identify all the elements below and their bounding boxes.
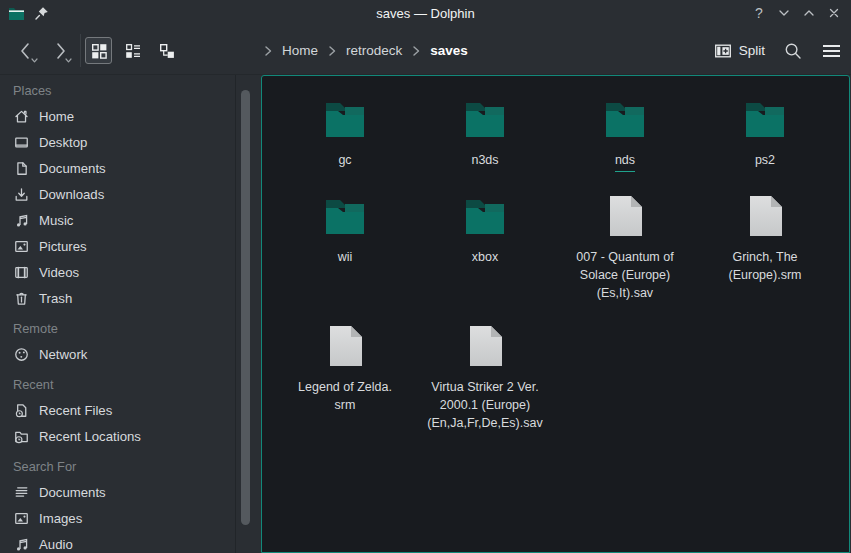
sidebar-item-recent-files[interactable]: Recent Files bbox=[0, 397, 256, 423]
back-dropdown-icon[interactable] bbox=[30, 57, 39, 64]
back-button[interactable] bbox=[12, 37, 39, 64]
item-label: 007 - Quantum of Solace (Europe) (Es,It)… bbox=[576, 248, 673, 302]
folder-item-nds[interactable]: nds bbox=[555, 95, 695, 192]
sidebar-item-pictures[interactable]: Pictures bbox=[0, 233, 256, 259]
sidebar-scrollbar[interactable] bbox=[241, 90, 250, 525]
item-label: wii bbox=[338, 248, 353, 266]
item-label: Virtua Striker 2 Ver. 2000.1 (Europe) (E… bbox=[427, 378, 542, 432]
folder-icon bbox=[321, 95, 369, 143]
window-title: saves — Dolphin bbox=[0, 6, 851, 21]
forward-button[interactable] bbox=[46, 37, 73, 64]
item-label: xbox bbox=[472, 248, 498, 266]
file-item-grinch-the[interactable]: Grinch, The (Europe).srm bbox=[695, 192, 835, 322]
sidebar-item-label: Trash bbox=[39, 291, 72, 306]
sidebar-item-label: Desktop bbox=[39, 135, 87, 150]
sidebar-item-label: Documents bbox=[39, 485, 106, 500]
icons-view-button[interactable] bbox=[85, 37, 112, 64]
music-note-icon bbox=[13, 536, 30, 553]
folder-item-gc[interactable]: gc bbox=[275, 95, 415, 192]
image-icon bbox=[13, 238, 30, 255]
sidebar-item-label: Recent Locations bbox=[39, 429, 141, 444]
sidebar-item-trash[interactable]: Trash bbox=[0, 285, 256, 311]
pin-icon[interactable] bbox=[34, 6, 49, 21]
sidebar-item-search-audio[interactable]: Audio bbox=[0, 531, 256, 553]
network-globe-icon bbox=[13, 346, 30, 363]
close-x-icon bbox=[827, 6, 841, 20]
menu-button[interactable] bbox=[821, 42, 842, 60]
folder-icon bbox=[741, 95, 789, 143]
forward-dropdown-icon[interactable] bbox=[64, 57, 73, 64]
search-button[interactable] bbox=[783, 41, 803, 61]
folder-item-wii[interactable]: wii bbox=[275, 192, 415, 322]
sidebar-item-downloads[interactable]: Downloads bbox=[0, 181, 256, 207]
section-header-remote: Remote bbox=[0, 315, 256, 341]
sidebar-item-videos[interactable]: Videos bbox=[0, 259, 256, 285]
sidebar-item-search-documents[interactable]: Documents bbox=[0, 479, 256, 505]
sidebar-item-label: Audio bbox=[39, 537, 73, 552]
sidebar-item-label: Downloads bbox=[39, 187, 104, 202]
home-icon bbox=[13, 108, 30, 125]
tree-view-button[interactable] bbox=[153, 37, 180, 64]
sidebar-item-label: Home bbox=[39, 109, 74, 124]
sidebar-item-network[interactable]: Network bbox=[0, 341, 256, 367]
split-view-icon bbox=[714, 42, 732, 60]
folder-view[interactable]: gc n3ds nds ps2 wii xbox 007 - Quantum o… bbox=[261, 75, 850, 553]
file-icon bbox=[741, 192, 789, 240]
split-button[interactable]: Split bbox=[714, 42, 765, 60]
places-panel: Places Home Desktop Documents Downloads … bbox=[0, 75, 256, 553]
breadcrumb-saves[interactable]: saves bbox=[427, 41, 471, 60]
folder-item-xbox[interactable]: xbox bbox=[415, 192, 555, 322]
breadcrumb-chevron-icon bbox=[325, 44, 339, 58]
icons-view-icon bbox=[90, 42, 108, 60]
file-grid: gc n3ds nds ps2 wii xbox 007 - Quantum o… bbox=[262, 76, 849, 452]
breadcrumb-home[interactable]: Home bbox=[279, 41, 321, 60]
sidebar-item-home[interactable]: Home bbox=[0, 103, 256, 129]
sidebar-item-recent-locations[interactable]: Recent Locations bbox=[0, 423, 256, 449]
breadcrumb-chevron-icon bbox=[261, 44, 275, 58]
toolbar: Home retrodeck saves Split bbox=[0, 26, 851, 75]
magnifier-icon bbox=[783, 41, 803, 61]
folder-icon bbox=[461, 192, 509, 240]
breadcrumb-chevron-icon bbox=[409, 44, 423, 58]
split-button-label: Split bbox=[739, 43, 765, 58]
file-icon bbox=[321, 322, 369, 370]
help-button[interactable]: ? bbox=[750, 4, 768, 22]
file-icon bbox=[461, 322, 509, 370]
maximize-button[interactable] bbox=[800, 4, 818, 22]
image-icon bbox=[13, 510, 30, 527]
folder-icon bbox=[321, 192, 369, 240]
file-item-007-quantum-of-solace[interactable]: 007 - Quantum of Solace (Europe) (Es,It)… bbox=[555, 192, 695, 322]
item-label: Legend of Zelda. srm bbox=[298, 378, 392, 414]
section-header-recent: Recent bbox=[0, 371, 256, 397]
minimize-button[interactable] bbox=[775, 4, 793, 22]
question-mark-icon: ? bbox=[755, 5, 763, 21]
sidebar-item-documents[interactable]: Documents bbox=[0, 155, 256, 181]
sidebar-item-search-images[interactable]: Images bbox=[0, 505, 256, 531]
item-label: n3ds bbox=[471, 151, 498, 169]
download-icon bbox=[13, 186, 30, 203]
hamburger-icon bbox=[821, 42, 842, 60]
section-header-search-for: Search For bbox=[0, 453, 256, 479]
file-item-virtua-striker-2[interactable]: Virtua Striker 2 Ver. 2000.1 (Europe) (E… bbox=[415, 322, 555, 452]
film-icon bbox=[13, 264, 30, 281]
item-label: Grinch, The (Europe).srm bbox=[729, 248, 802, 284]
folder-item-ps2[interactable]: ps2 bbox=[695, 95, 835, 192]
sidebar-item-music[interactable]: Music bbox=[0, 207, 256, 233]
titlebar: saves — Dolphin ? bbox=[0, 0, 851, 26]
file-icon bbox=[601, 192, 649, 240]
sidebar-item-label: Videos bbox=[39, 265, 79, 280]
toolbar-separator bbox=[80, 34, 81, 67]
sidebar-item-desktop[interactable]: Desktop bbox=[0, 129, 256, 155]
close-button[interactable] bbox=[825, 4, 843, 22]
text-lines-icon bbox=[13, 484, 30, 501]
file-item-legend-of-zelda[interactable]: Legend of Zelda. srm bbox=[275, 322, 415, 452]
folder-item-n3ds[interactable]: n3ds bbox=[415, 95, 555, 192]
sidebar-item-label: Music bbox=[39, 213, 73, 228]
breadcrumb-retrodeck[interactable]: retrodeck bbox=[343, 41, 405, 60]
panel-divider bbox=[235, 75, 236, 553]
sidebar-item-label: Pictures bbox=[39, 239, 87, 254]
recent-folder-clock-icon bbox=[13, 428, 30, 445]
compact-view-button[interactable] bbox=[119, 37, 146, 64]
recent-file-clock-icon bbox=[13, 402, 30, 419]
desktop-icon bbox=[13, 134, 30, 151]
